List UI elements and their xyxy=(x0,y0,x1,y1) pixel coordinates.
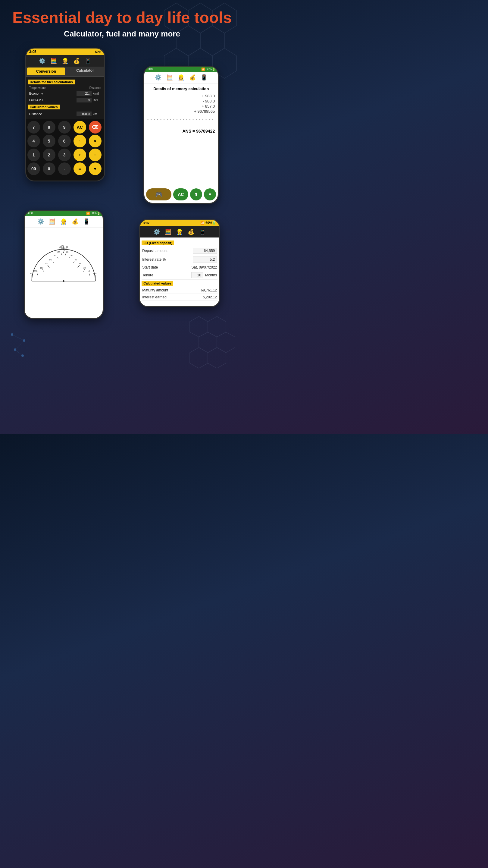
phone2-bottom-bar: 🎮 AC ⬆ ▼ xyxy=(144,186,218,203)
svg-line-35 xyxy=(57,257,59,259)
btn-plus[interactable]: + xyxy=(73,149,86,161)
fd-startdate-label: Start date xyxy=(142,265,158,270)
fd-interest-earned-row: Interest earned 5,202.12 xyxy=(141,294,218,301)
btn-00[interactable]: 00 xyxy=(27,162,40,175)
fd-tenure-value[interactable]: 18 xyxy=(191,272,203,278)
btn-9[interactable]: 9 xyxy=(58,121,71,133)
phone4-toolbar: ⚙️ 🧮 👷 💰 📱 xyxy=(140,226,219,238)
phone4-icons: 📶 60%🔋 xyxy=(200,221,216,225)
distance-unit: km xyxy=(93,112,101,116)
fd-interest-value[interactable]: 5.2 xyxy=(193,256,217,262)
phone2-icons: 📶 60%🔋 xyxy=(201,67,216,71)
p4-calc-icon: 🧮 xyxy=(165,228,171,235)
svg-text:120: 120 xyxy=(57,251,60,253)
phone1-battery: 59% xyxy=(95,50,101,54)
svg-line-29 xyxy=(78,265,79,268)
svg-line-39 xyxy=(61,253,62,256)
svg-text:140: 140 xyxy=(49,258,52,261)
phone-fuel-calculator: 3:05 59% ⚙️ 🧮 👷 💰 📱 Conversion Calculato… xyxy=(25,48,105,181)
fd-startdate-value: Sat, 09/07/2022 xyxy=(192,265,217,270)
memory-divider: - - - - - - - - - - - - - - - - - - - - … xyxy=(147,116,215,127)
target-header: Target value xyxy=(29,86,45,90)
btn-div[interactable]: ÷ xyxy=(73,135,86,147)
btn-3[interactable]: 3 xyxy=(58,149,71,161)
phone3-time: 3:08 xyxy=(27,212,33,215)
p2-settings-icon: ⚙️ xyxy=(155,74,161,81)
btn-minus[interactable]: − xyxy=(89,149,101,161)
btn-2[interactable]: 2 xyxy=(43,149,56,161)
svg-text:180: 180 xyxy=(93,273,96,275)
fd-interest-earned-value: 5,202.12 xyxy=(203,295,217,299)
phone4-fd-screen: FD (Fixed deposit) Deposit amount 64,559… xyxy=(140,238,219,303)
fuel-amt-label: Fuel AMT xyxy=(29,98,76,102)
phone1-time: 3:05 xyxy=(29,50,36,54)
p4-settings-icon: ⚙️ xyxy=(153,228,160,235)
btn-backspace[interactable]: ⌫ xyxy=(89,121,101,133)
fd-deposit-row: Deposit amount 64,559 xyxy=(141,247,218,255)
game-button[interactable]: 🎮 xyxy=(146,188,171,200)
svg-text:30: 30 xyxy=(78,262,81,265)
btn-7[interactable]: 7 xyxy=(27,121,40,133)
svg-line-43 xyxy=(63,250,64,253)
svg-text:60: 60 xyxy=(66,251,69,253)
btn-6[interactable]: 6 xyxy=(58,135,71,147)
svg-line-61 xyxy=(15,341,24,350)
share-button[interactable]: ⬆ xyxy=(190,188,202,200)
svg-marker-13 xyxy=(208,347,226,368)
distance-header: Distance xyxy=(90,86,101,90)
subtitle: Calculator, fuel and many more xyxy=(12,29,232,38)
btn-mul[interactable]: × xyxy=(89,135,101,147)
phone1-status-bar: 3:05 59% xyxy=(26,49,104,55)
fuel-amt-row: Fuel AMT 8 liter xyxy=(28,97,102,103)
fd-startdate-row: Start date Sat, 09/07/2022 xyxy=(141,264,218,271)
ac-button[interactable]: AC xyxy=(173,188,188,200)
svg-text:160: 160 xyxy=(40,267,43,269)
phone1-toolbar: ⚙️ 🧮 👷 💰 📱 xyxy=(26,55,104,67)
tab-conversion[interactable]: Conversion xyxy=(27,67,65,75)
phone-fd-calculator: 3:07 📶 60%🔋 ⚙️ 🧮 👷 💰 📱 FD (Fixed deposit… xyxy=(139,219,220,307)
phone1-tabs: Conversion Calculator xyxy=(26,67,104,76)
p3-settings-icon: ⚙️ xyxy=(37,218,44,225)
btn-5[interactable]: 5 xyxy=(43,135,56,147)
svg-text:0: 0 xyxy=(30,273,32,275)
fd-maturity-value: 69,761.12 xyxy=(201,288,217,292)
btn-down[interactable]: ▼ xyxy=(89,162,101,175)
p2-person-icon: 👷 xyxy=(178,74,184,81)
distance-value: 168.0 xyxy=(76,112,92,116)
svg-line-27 xyxy=(48,265,50,268)
p4-phone-icon: 📱 xyxy=(199,228,206,235)
svg-line-19 xyxy=(37,273,38,276)
memory-line-1: + 988.0 xyxy=(147,93,215,98)
protractor-svg: 0 180 170 10 160 20 150 30 xyxy=(29,227,98,303)
svg-text:170: 170 xyxy=(34,270,38,272)
svg-text:150: 150 xyxy=(45,262,48,265)
hex-background-bottom xyxy=(184,313,244,374)
bottom-phones-row: 3:08 📶 60%🔋 ⚙️ 🧮 👷 💰 📱 0 180 xyxy=(0,207,244,322)
svg-text:80: 80 xyxy=(66,246,68,248)
fd-tenure-label: Tenure xyxy=(142,273,153,277)
phone4-time: 3:07 xyxy=(143,221,150,225)
svg-text:20: 20 xyxy=(84,267,86,269)
svg-text:40: 40 xyxy=(75,258,77,261)
btn-1[interactable]: 1 xyxy=(27,149,40,161)
btn-4[interactable]: 4 xyxy=(27,135,40,147)
svg-text:130: 130 xyxy=(53,254,56,256)
btn-0[interactable]: 0 xyxy=(43,162,56,175)
phone3-status-bar: 3:08 📶 60%🔋 xyxy=(25,211,103,216)
btn-equals[interactable]: = xyxy=(73,162,86,175)
fd-interest-earned-label: Interest earned xyxy=(142,295,167,299)
btn-dot[interactable]: . xyxy=(58,162,71,175)
fd-calc-label: Calculated values xyxy=(141,281,173,286)
fd-maturity-label: Maturity amount xyxy=(142,288,168,292)
tab-calculator[interactable]: Calculator xyxy=(66,67,104,76)
btn-ac[interactable]: AC xyxy=(73,121,86,133)
fuel-economy-row: Economy 21. km/l xyxy=(28,90,102,97)
fd-deposit-value[interactable]: 64,559 xyxy=(193,248,217,254)
btn-8[interactable]: 8 xyxy=(43,121,56,133)
arrow-down-button[interactable]: ▼ xyxy=(204,188,216,200)
fuel-amt-value: 8 xyxy=(76,98,92,102)
memory-answer: ANS = 96789422 xyxy=(147,129,215,133)
fd-tenure-row: Tenure 18 Months xyxy=(141,271,218,280)
svg-marker-12 xyxy=(190,347,208,368)
phone2-memory-screen: Details of memory calculation + 988.0 - … xyxy=(144,84,218,144)
